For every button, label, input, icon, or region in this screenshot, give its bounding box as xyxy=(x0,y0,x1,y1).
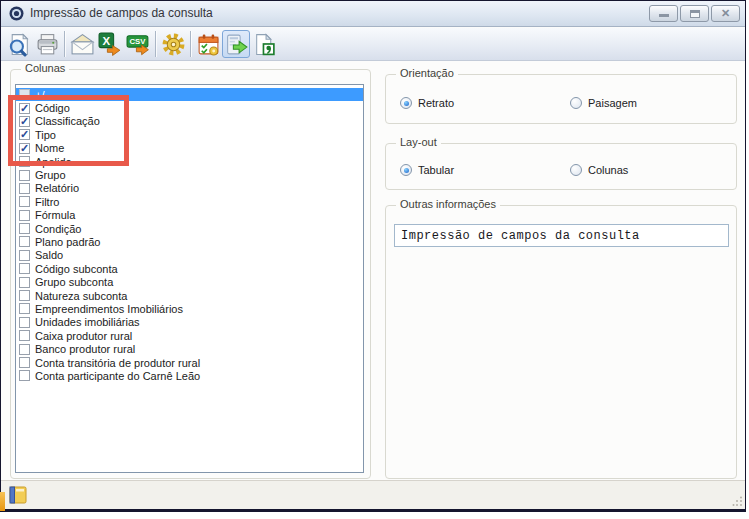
radio-label: Paisagem xyxy=(588,97,637,109)
export-excel-button[interactable]: X xyxy=(96,30,124,58)
list-item[interactable]: Grupo subconta xyxy=(16,275,363,288)
orientation-group-label: Orientação xyxy=(396,67,458,79)
print-preview-button[interactable] xyxy=(5,30,33,58)
restore-button[interactable] xyxy=(680,5,709,22)
checkbox-unchecked-icon[interactable] xyxy=(19,344,30,355)
other-info-group-label: Outras informações xyxy=(396,198,500,210)
list-item[interactable]: Código subconta xyxy=(16,262,363,275)
radio-selected-icon[interactable] xyxy=(400,97,412,109)
print-button[interactable] xyxy=(33,30,61,58)
list-item-label: Filtro xyxy=(35,196,59,208)
list-item-label: Conta participante do Carnê Leão xyxy=(35,370,200,382)
export-csv-button[interactable]: CSV xyxy=(124,30,152,58)
list-item[interactable]: Plano padrão xyxy=(16,235,363,248)
svg-text:CSV: CSV xyxy=(129,37,146,46)
radio-colunas[interactable]: Colunas xyxy=(570,164,628,176)
checkbox-unchecked-icon[interactable] xyxy=(19,170,30,181)
close-icon: ✕ xyxy=(712,7,739,20)
radio-selected-icon[interactable] xyxy=(400,164,412,176)
list-item[interactable]: Conta participante do Carnê Leão xyxy=(16,369,363,382)
list-item[interactable]: +/- xyxy=(16,88,363,101)
list-item[interactable]: Fórmula xyxy=(16,209,363,222)
list-item-label: Grupo xyxy=(35,169,66,181)
list-item[interactable]: Saldo xyxy=(16,249,363,262)
list-item[interactable]: Filtro xyxy=(16,195,363,208)
checkbox-unchecked-icon[interactable] xyxy=(19,303,30,314)
list-item-label: Plano padrão xyxy=(35,236,100,248)
generate-report-button[interactable] xyxy=(250,30,278,58)
checkbox-unchecked-icon[interactable] xyxy=(19,263,30,274)
list-item[interactable]: Empreendimentos Imobiliários xyxy=(16,302,363,315)
checkbox-checked-icon[interactable] xyxy=(19,103,30,114)
list-item[interactable]: Classificação xyxy=(16,115,363,128)
email-envelope-icon xyxy=(70,32,95,57)
list-item-label: Código subconta xyxy=(35,263,118,275)
list-item-label: Unidades imobiliárias xyxy=(35,316,140,328)
settings-button[interactable] xyxy=(159,30,187,58)
checkbox-unchecked-icon[interactable] xyxy=(19,370,30,381)
window-edge-artifact xyxy=(0,492,5,511)
checkbox-unchecked-icon[interactable] xyxy=(19,290,30,301)
checkbox-unchecked-icon[interactable] xyxy=(19,156,30,167)
list-item-label: Tipo xyxy=(35,129,56,141)
print-query-fields-button[interactable] xyxy=(222,30,250,58)
list-item-label: Conta transitória de produtor rural xyxy=(35,357,200,369)
list-item-label: Saldo xyxy=(35,249,63,261)
other-info-input[interactable] xyxy=(394,224,729,247)
radio-unselected-icon[interactable] xyxy=(570,164,582,176)
layout-group-label: Lay-out xyxy=(396,136,441,148)
client-area: Colunas +/-CódigoClassificaçãoTipoNomeAp… xyxy=(1,61,745,480)
list-item[interactable]: Condição xyxy=(16,222,363,235)
excel-export-icon: X xyxy=(98,32,123,57)
list-item[interactable]: Banco produtor rural xyxy=(16,342,363,355)
checkbox-checked-icon[interactable] xyxy=(19,143,30,154)
window-title: Impressão de campos da consulta xyxy=(30,6,213,20)
list-item-label: Nome xyxy=(35,142,64,154)
minimize-button[interactable] xyxy=(649,5,678,22)
csv-export-icon: CSV xyxy=(126,32,151,57)
window-controls: ✕ xyxy=(649,5,740,22)
checkbox-unchecked-icon[interactable] xyxy=(19,89,30,100)
schedule-config-button[interactable] xyxy=(194,30,222,58)
list-item-label: Fórmula xyxy=(35,209,75,221)
radio-tabular[interactable]: Tabular xyxy=(400,164,454,176)
radio-retrato[interactable]: Retrato xyxy=(400,97,454,109)
radio-paisagem[interactable]: Paisagem xyxy=(570,97,637,109)
checkbox-checked-icon[interactable] xyxy=(19,129,30,140)
radio-label: Colunas xyxy=(588,164,628,176)
list-item[interactable]: Conta transitória de produtor rural xyxy=(16,356,363,369)
send-email-button[interactable] xyxy=(68,30,96,58)
list-item-label: Condição xyxy=(35,223,81,235)
checkbox-unchecked-icon[interactable] xyxy=(19,317,30,328)
resize-grip[interactable] xyxy=(732,496,743,507)
list-item[interactable]: Código xyxy=(16,101,363,114)
list-item[interactable]: Natureza subconta xyxy=(16,289,363,302)
orientation-group: Orientação Retrato Paisagem xyxy=(385,74,737,124)
list-item-label: Relatório xyxy=(35,182,79,194)
checkbox-unchecked-icon[interactable] xyxy=(19,330,30,341)
columns-listbox[interactable]: +/-CódigoClassificaçãoTipoNomeApelidoGru… xyxy=(15,84,364,473)
checkbox-unchecked-icon[interactable] xyxy=(19,277,30,288)
checkbox-unchecked-icon[interactable] xyxy=(19,223,30,234)
radio-unselected-icon[interactable] xyxy=(570,97,582,109)
schedule-calendar-icon xyxy=(196,32,221,57)
list-item[interactable]: Unidades imobiliárias xyxy=(16,316,363,329)
list-item[interactable]: Relatório xyxy=(16,182,363,195)
close-button[interactable]: ✕ xyxy=(711,5,740,22)
minimize-icon xyxy=(659,14,669,17)
list-item[interactable]: Grupo xyxy=(16,168,363,181)
checkbox-unchecked-icon[interactable] xyxy=(19,183,30,194)
checkbox-unchecked-icon[interactable] xyxy=(19,236,30,247)
list-item[interactable]: Caixa produtor rural xyxy=(16,329,363,342)
title-bar: Impressão de campos da consulta ✕ xyxy=(1,1,745,27)
list-item[interactable]: Apelido xyxy=(16,155,363,168)
list-item-label: Classificação xyxy=(35,115,100,127)
checkbox-unchecked-icon[interactable] xyxy=(19,210,30,221)
checkbox-unchecked-icon[interactable] xyxy=(19,250,30,261)
checkbox-unchecked-icon[interactable] xyxy=(19,196,30,207)
list-item[interactable]: Nome xyxy=(16,142,363,155)
list-item[interactable]: Tipo xyxy=(16,128,363,141)
toolbar: X CSV xyxy=(1,28,745,61)
checkbox-unchecked-icon[interactable] xyxy=(19,357,30,368)
checkbox-checked-icon[interactable] xyxy=(19,116,30,127)
